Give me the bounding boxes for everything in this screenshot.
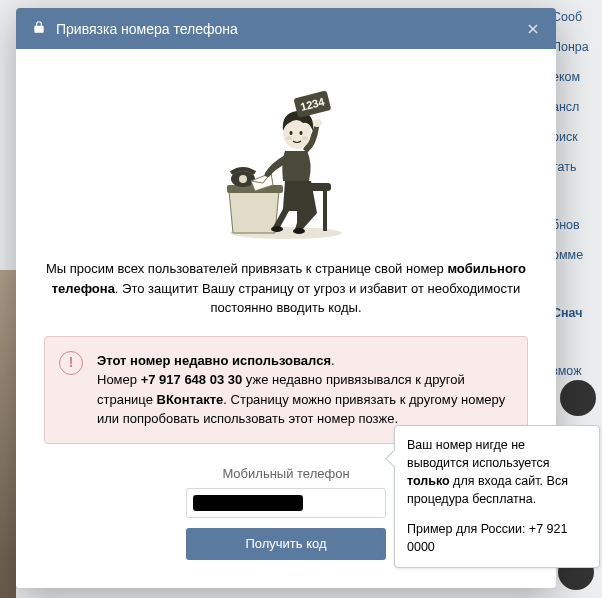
svg-rect-3 <box>323 191 327 231</box>
intro-text: Мы просим всех пользователей привязать к… <box>44 259 528 318</box>
tooltip-example: Пример для России: +7 921 0000 <box>407 520 587 556</box>
svg-point-13 <box>286 136 292 140</box>
tooltip: Ваш номер нигде не выводится используетс… <box>394 425 600 568</box>
svg-point-14 <box>302 136 308 140</box>
background-image <box>0 270 16 598</box>
svg-point-12 <box>300 131 303 135</box>
lock-icon <box>32 20 46 37</box>
svg-point-9 <box>312 119 322 127</box>
warning-text: Этот номер недавно использовался. Номер … <box>97 351 511 429</box>
svg-point-11 <box>290 131 293 135</box>
phone-input[interactable] <box>186 488 386 518</box>
modal-title: Привязка номера телефона <box>56 21 238 37</box>
modal-header: Привязка номера телефона <box>16 8 556 49</box>
redacted-value <box>193 495 303 511</box>
modal-dialog: Привязка номера телефона <box>16 8 556 588</box>
illustration: 1234 <box>44 73 528 243</box>
background-avatar <box>560 380 596 416</box>
phone-label: Мобильный телефон <box>222 466 349 481</box>
svg-point-6 <box>239 175 247 183</box>
svg-point-8 <box>293 228 305 234</box>
close-icon[interactable] <box>526 22 540 36</box>
tooltip-text: Ваш номер нигде не выводится используетс… <box>407 436 587 509</box>
submit-button[interactable]: Получить код <box>186 528 386 560</box>
svg-point-7 <box>271 226 283 232</box>
warning-icon: ! <box>59 351 83 375</box>
